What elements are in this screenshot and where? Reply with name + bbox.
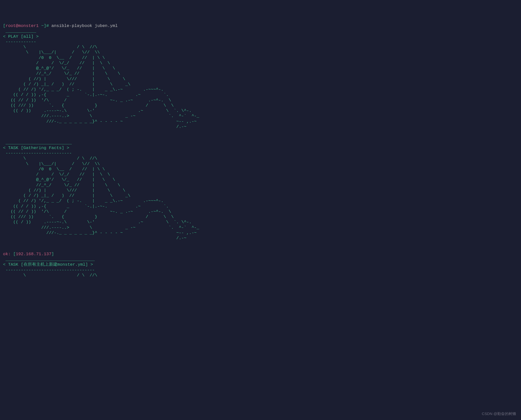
result-line: ok: [192.168.71.137] xyxy=(3,252,54,256)
task-monster-border-bottom: ----------------------------------- xyxy=(3,268,95,272)
result-open-bracket: [ xyxy=(13,252,16,256)
result-close-bracket: ] xyxy=(51,252,54,256)
terminal-output: [root@monster1 ~]# ansible-playbook jube… xyxy=(3,23,518,278)
result-ip: 192.168.71.137 xyxy=(16,252,51,256)
command-text: ansible-playbook juben.yml xyxy=(51,23,118,28)
ok-label: ok: xyxy=(3,252,11,256)
result-space xyxy=(11,252,13,256)
prompt-path: ~ xyxy=(39,23,44,28)
task-gathering-header: < TASK [Gathering Facts] > xyxy=(3,146,69,150)
task-monster-border-top: ___________________________________ xyxy=(3,257,95,262)
prompt-open-bracket: [ xyxy=(3,23,5,28)
task-gathering-border-bottom: -------------------------- xyxy=(3,151,72,156)
watermark-text: CSDN @勤奋的树懒 xyxy=(482,412,516,416)
task-gathering-border-top: __________________________ xyxy=(3,140,72,145)
task-monster-cow-partial: \ / \ //\ xyxy=(3,273,97,278)
play-border-bottom: ------------ xyxy=(3,39,36,44)
prompt-user-host: root@monster1 xyxy=(5,23,39,28)
play-cow-art: \ / \ //\ \ |\___/| / \// \\ /0 0 \__ / … xyxy=(3,45,199,129)
prompt-line: [root@monster1 ~]# ansible-playbook jube… xyxy=(3,23,118,28)
play-header: < PLAY [all] > xyxy=(3,34,39,39)
task-gathering-cow-art: \ / \ //\ \ |\___/| / \// \\ /0 0 \__ / … xyxy=(3,156,199,240)
prompt-close-bracket: ]# xyxy=(44,23,51,28)
play-border-top: ____________ xyxy=(3,29,36,33)
task-monster-header: < TASK [在所有主机上新建monster.yml] > xyxy=(3,262,93,267)
